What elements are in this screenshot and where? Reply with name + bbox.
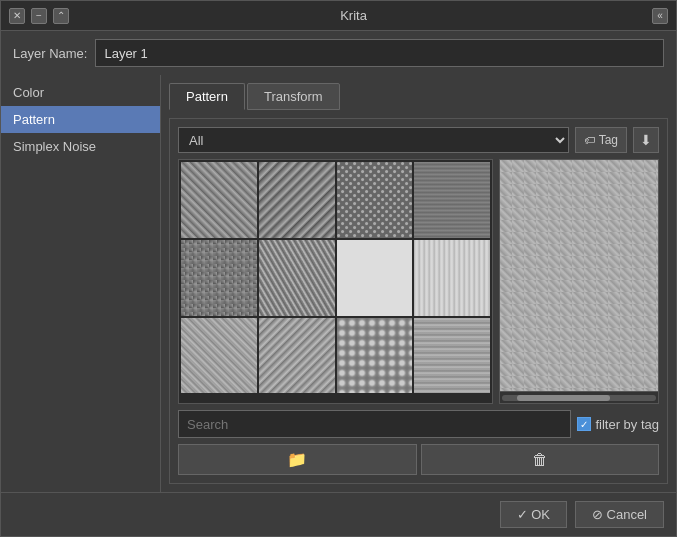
pattern-cell-5[interactable] (181, 240, 257, 316)
content-area: Pattern Transform All 🏷 Tag ⬇ (161, 75, 676, 492)
tag-button-label: Tag (599, 133, 618, 147)
layer-name-label: Layer Name: (13, 46, 87, 61)
pattern-grid-scroll[interactable] (178, 159, 493, 404)
titlebar: ✕ − ⌃ Krita « (1, 1, 676, 31)
pattern-cell-11[interactable] (337, 318, 413, 394)
pattern-cell-7[interactable] (337, 240, 413, 316)
delete-pattern-button[interactable]: 🗑 (421, 444, 660, 475)
tab-transform[interactable]: Transform (247, 83, 340, 110)
all-dropdown[interactable]: All (178, 127, 569, 153)
trash-icon: 🗑 (532, 451, 548, 469)
pattern-cell-9[interactable] (181, 318, 257, 394)
layer-name-row: Layer Name: (1, 31, 676, 75)
pattern-cell-1[interactable] (181, 162, 257, 238)
close-button[interactable]: ✕ (9, 8, 25, 24)
scrollbar-thumb (517, 395, 609, 401)
sidebar-item-pattern[interactable]: Pattern (1, 106, 160, 133)
preview-image (500, 160, 658, 391)
pattern-cell-8[interactable] (414, 240, 490, 316)
filter-tag-label: filter by tag (595, 417, 659, 432)
preview-scrollbar (500, 391, 658, 403)
pattern-cell-12[interactable] (414, 318, 490, 394)
filter-tag-row: filter by tag (577, 417, 659, 432)
pattern-cell-10[interactable] (259, 318, 335, 394)
pattern-grid-area (178, 159, 659, 404)
sidebar: Color Pattern Simplex Noise (1, 75, 161, 492)
filter-row: All 🏷 Tag ⬇ (178, 127, 659, 153)
collapse-button[interactable]: « (652, 8, 668, 24)
tag-button[interactable]: 🏷 Tag (575, 127, 627, 153)
panel-box: All 🏷 Tag ⬇ (169, 118, 668, 484)
search-row: filter by tag (178, 410, 659, 438)
tabs-row: Pattern Transform (169, 83, 668, 110)
tag-icon: 🏷 (584, 134, 595, 146)
pattern-grid (179, 160, 492, 395)
dialog-footer: ✓ OK ⊘ Cancel (1, 492, 676, 536)
ok-button[interactable]: ✓ OK (500, 501, 567, 528)
window-title: Krita (69, 8, 638, 23)
filter-tag-checkbox[interactable] (577, 417, 591, 431)
pattern-cell-2[interactable] (259, 162, 335, 238)
layer-name-input[interactable] (95, 39, 664, 67)
pattern-cell-6[interactable] (259, 240, 335, 316)
search-input[interactable] (178, 410, 571, 438)
scrollbar-track[interactable] (502, 395, 656, 401)
main-area: Color Pattern Simplex Noise Pattern Tran… (1, 75, 676, 492)
restore-button[interactable]: ⌃ (53, 8, 69, 24)
actions-row: 📁 🗑 (178, 444, 659, 475)
tab-pattern[interactable]: Pattern (169, 83, 245, 110)
minimize-button[interactable]: − (31, 8, 47, 24)
preview-panel (499, 159, 659, 404)
titlebar-left-controls: ✕ − ⌃ (9, 8, 69, 24)
download-button[interactable]: ⬇ (633, 127, 659, 153)
sidebar-item-color[interactable]: Color (1, 79, 160, 106)
titlebar-right: « (638, 8, 668, 24)
pattern-cell-3[interactable] (337, 162, 413, 238)
folder-icon: 📁 (287, 450, 307, 469)
sidebar-item-simplex-noise[interactable]: Simplex Noise (1, 133, 160, 160)
pattern-cell-4[interactable] (414, 162, 490, 238)
krita-dialog: ✕ − ⌃ Krita « Layer Name: Color Pattern … (0, 0, 677, 537)
download-icon: ⬇ (640, 132, 652, 148)
add-pattern-button[interactable]: 📁 (178, 444, 417, 475)
cancel-button[interactable]: ⊘ Cancel (575, 501, 664, 528)
